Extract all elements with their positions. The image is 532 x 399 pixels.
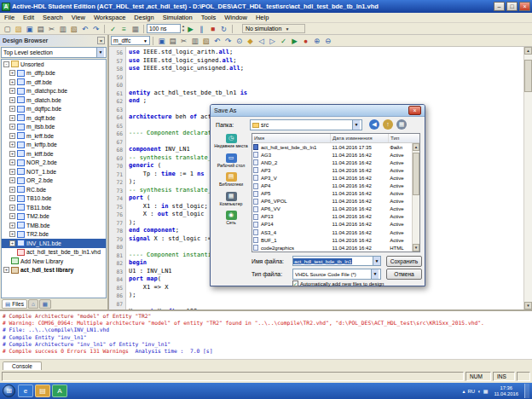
scrollbar-thumb[interactable]	[524, 60, 532, 92]
column-type[interactable]: Тип	[389, 134, 413, 142]
print-icon[interactable]: ▤	[35, 24, 46, 34]
find-icon[interactable]: ⊙	[234, 36, 245, 46]
volume-icon[interactable]: ◖	[477, 389, 481, 394]
place-recent-places[interactable]: ◷Недавние места	[213, 134, 249, 149]
folder-combo[interactable]: src ▼	[250, 119, 362, 130]
tree-item-m-dffp-bde[interactable]: +m_dffp.bde	[2, 69, 106, 78]
explorer-taskbar-icon[interactable]: ▤	[35, 385, 50, 397]
tree-expander[interactable]: +	[9, 213, 15, 219]
tab-resources[interactable]: ▦	[39, 299, 51, 309]
tree-expander[interactable]: +	[9, 205, 15, 211]
menu-item-window[interactable]: Window	[220, 14, 252, 21]
close-panel-icon[interactable]: ×	[97, 37, 105, 44]
close-button[interactable]: ×	[519, 2, 530, 11]
copy-icon[interactable]: ▥	[57, 24, 68, 34]
place-desktop[interactable]: ▭Рабочий стол	[213, 153, 249, 169]
zoom-in-icon[interactable]: ⊕	[311, 36, 322, 46]
tree-expander[interactable]: +	[9, 124, 15, 130]
tree-expander[interactable]: +	[9, 79, 15, 85]
simulation-time-input[interactable]: 100 ns	[147, 24, 181, 33]
cancel-button[interactable]: Отмена	[386, 269, 422, 280]
tab-structure[interactable]: ⌂	[28, 299, 38, 309]
save-icon[interactable]: ▣	[24, 24, 35, 34]
console-output[interactable]: # Compile Architecture "model" of Entity…	[0, 311, 532, 359]
tree-expander[interactable]: +	[9, 70, 15, 76]
menu-item-simulation[interactable]: Simulation	[159, 14, 197, 21]
scroll-up-icon[interactable]: ▲	[524, 47, 532, 55]
stop-icon[interactable]: ■	[207, 24, 218, 34]
filename-input[interactable]: act_hdl_test_bde_tb_ln1 ▼	[292, 256, 381, 266]
copy-icon[interactable]: ▥	[189, 36, 200, 46]
column-date[interactable]: Дата изменения	[331, 134, 389, 142]
file-row[interactable]: code2graphics11.04.2016 16:42HTML	[252, 244, 412, 252]
file-row[interactable]: AP411.04.2016 16:42Active	[252, 182, 412, 189]
compile-icon[interactable]: ▶	[289, 36, 300, 46]
next-bookmark-icon[interactable]: ▷	[267, 36, 278, 46]
maximize-button[interactable]: □	[506, 2, 518, 11]
taskbar-clock[interactable]: 17:36 11.04.2016	[490, 385, 522, 396]
tree-item-m-dff-bde[interactable]: +m_dff.bde	[2, 78, 106, 87]
menu-item-design[interactable]: Design	[130, 14, 158, 21]
open-folder-icon[interactable]: ▨	[13, 24, 24, 34]
file-row[interactable]: AS3_411.04.2016 16:42Active	[252, 228, 412, 236]
start-button[interactable]: ⊞	[3, 385, 15, 397]
scrollbar-track[interactable]	[524, 55, 532, 302]
file-row[interactable]: AP311.04.2016 16:42Active	[252, 166, 412, 174]
back-icon[interactable]: ◀	[369, 119, 379, 130]
menu-item-edit[interactable]: Edit	[19, 14, 38, 21]
pause-icon[interactable]: ∥	[196, 24, 207, 34]
top-level-selector[interactable]: Top Level selection ▼	[1, 47, 107, 58]
filetype-combo[interactable]: VHDL Source Code File (*) ▼	[292, 269, 381, 280]
new-file-icon[interactable]: ▢	[2, 24, 13, 34]
check-syntax-icon[interactable]: ✓	[278, 36, 289, 46]
tree-item-not-1-bde[interactable]: +NOT_1.bde	[2, 167, 106, 176]
file-row[interactable]: AP6_VV11.04.2016 16:42Active	[252, 205, 412, 213]
tree-item-add-new-library[interactable]: Add New Library	[2, 257, 106, 266]
tree-item-m-dqff-bde[interactable]: +m_dqff.bde	[2, 113, 106, 123]
tree-expander[interactable]: +	[9, 106, 15, 112]
tree-item-m-itsb-bde[interactable]: +m_itsb.bde	[2, 123, 106, 132]
tree-expander[interactable]: +	[9, 88, 15, 94]
tree-expander[interactable]: +	[9, 223, 15, 228]
tree-item-tb11-bde[interactable]: +TB11.bde	[2, 203, 106, 212]
unit-selector-combo[interactable]: m_dffc ▼	[111, 36, 150, 45]
tree-expander[interactable]: +	[3, 267, 9, 273]
file-row[interactable]: AND_211.04.2016 16:42Active	[252, 159, 412, 166]
tree-item-m-dlatchpc-bde[interactable]: +m_dlatchpc.bde	[2, 87, 106, 96]
scroll-down-icon[interactable]: ▼	[524, 302, 532, 309]
tree-expander[interactable]: +	[9, 195, 15, 201]
dialog-title-bar[interactable]: Save As ×	[211, 105, 425, 117]
tree-expander[interactable]: -	[3, 61, 9, 67]
tree-expander[interactable]: +	[9, 187, 15, 193]
compile-icon[interactable]: ✓	[107, 24, 119, 34]
tree-item-m-dlatch-bde[interactable]: +m_dlatch.bde	[2, 95, 106, 105]
menu-item-tools[interactable]: Tools	[197, 14, 221, 21]
menu-item-file[interactable]: File	[0, 14, 19, 21]
column-name[interactable]: Имя	[252, 134, 331, 142]
tree-item-unsorted[interactable]: -Unsorted	[2, 60, 106, 69]
file-row[interactable]: AP1411.04.2016 16:42Active	[252, 221, 412, 228]
file-row[interactable]: AP511.04.2016 16:42Active	[252, 190, 412, 198]
tree-item-act-hdl-test-bde-tb-ln1-vhd[interactable]: act_hdl_test_bde_tb_ln1.vhd	[2, 248, 106, 257]
run-icon[interactable]: ▶	[185, 24, 196, 34]
bookmark-icon[interactable]: ◆	[245, 36, 256, 46]
auto-add-checkbox[interactable]: ✓ Automatically add new files to design	[292, 280, 384, 286]
up-folder-icon[interactable]: ↑	[383, 119, 393, 130]
elaborate-icon[interactable]: ▦	[130, 24, 141, 34]
prev-bookmark-icon[interactable]: ◁	[256, 36, 267, 46]
tree-expander[interactable]: +	[9, 115, 15, 121]
tree-item-act-hdl-test-library[interactable]: +act_hdl_test library	[2, 266, 106, 275]
hidden-icons-icon[interactable]: ▴	[462, 388, 465, 394]
tree-expander[interactable]: +	[9, 240, 15, 246]
file-row[interactable]: AP6_VPOL11.04.2016 16:42Active	[252, 198, 412, 205]
scrollbar-thumb[interactable]	[413, 153, 419, 195]
tree-item-inv-ln1-bde[interactable]: +INV_LN1.bde	[2, 239, 106, 248]
tree-item-tr2-bde[interactable]: +TR2.bde	[2, 230, 106, 240]
editor-vertical-scrollbar[interactable]: ▲ ▼	[523, 47, 532, 309]
menu-item-help[interactable]: Help	[252, 14, 273, 21]
file-list-scrollbar[interactable]: ▲ ▼	[412, 143, 419, 252]
active-hdl-taskbar-icon[interactable]: A	[52, 385, 67, 397]
save-icon[interactable]: ▣	[156, 36, 167, 46]
network-tray-icon[interactable]: ▦	[483, 388, 489, 394]
new-folder-icon[interactable]: ▦	[396, 119, 407, 130]
